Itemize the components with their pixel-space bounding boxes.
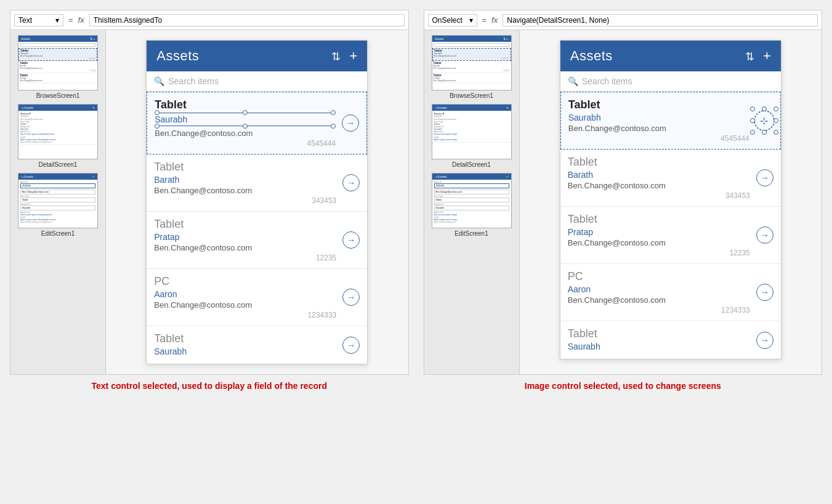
left-list-item-4[interactable]: PC Aaron Ben.Change@contoso.com 1234333 [147,269,367,326]
left-sidebar: Assets ⇅ + Tablet Saurabh Ben.Change@con… [10,30,106,374]
right-property-chevron [469,16,473,25]
left-browse-mini-row-3: Tablet Pratap Ben.Change@contoso.com [18,73,97,83]
left-app-preview: Assets 🔍 Search items Tablet [106,30,408,374]
right-item-4-detail: Ben.Change@contoso.com [568,295,750,305]
right-arrow-right-4-icon [761,287,769,297]
left-list-item-5[interactable]: Tablet Saurabh [147,326,367,364]
right-arrow-right-2-icon [761,173,769,183]
right-sort-icon[interactable] [745,49,754,63]
left-item-1-sub-container: Saurabh [155,114,336,125]
right-item-3-arrow[interactable] [756,226,773,244]
right-detail-screen-thumb[interactable]: ◁ Assets ✎ Assets A 4545444 Ben.Change@c… [428,104,515,168]
left-list-item-1[interactable]: Tablet Saurabh [147,92,367,154]
right-browse-mini-search [434,43,510,47]
left-detail-screen-thumb[interactable]: ◁ Assets ✎ Assets A 4545444 Ben.Change@c… [14,104,102,168]
left-item-1-num: 4545444 [155,139,336,148]
left-item-5-arrow[interactable] [342,337,360,354]
right-detail-mini-header: ◁ Assets ✎ [432,105,511,111]
left-edit-mini-app: ◁ Assets ✓ Assets A 4545444 Ben.Change@c… [18,174,97,228]
left-item-5-sub: Saurabh [154,346,336,356]
right-formula-bar: OnSelect = fx [424,10,822,30]
right-browse-screen-thumb[interactable]: Assets ⇅ + Tablet Saurabh Ben.Change@con… [428,35,515,99]
right-item-3-detail: Ben.Change@contoso.com [568,238,750,247]
right-search-placeholder: Search items [582,76,632,86]
right-item-2-num: 343453 [568,191,750,200]
main-container: Text = fx Assets ⇅ + [10,10,822,375]
right-item-3-title: Tablet [568,213,750,226]
left-item-3-detail: Ben.Change@contoso.com [154,243,336,252]
right-edit-screen-thumb[interactable]: ◁ Assets ✓ Assets A 4545444 Ben.Change@c… [428,173,515,237]
right-browse-screen-label: BrowseScreen1 [450,92,493,99]
left-search-placeholder: Search items [168,76,219,86]
left-item-4-sub: Aaron [154,289,336,299]
right-item-2-arrow[interactable] [756,169,773,186]
left-edit-mini-header: ◁ Assets ✓ [18,174,97,180]
left-item-1-sub: Saurabh [155,114,187,124]
right-item-1-sub: Saurabh [568,113,749,122]
left-item-4-title: PC [154,275,336,288]
right-sidebar: Assets ⇅ + Tablet Saurabh Ben.Change@con… [424,30,520,374]
left-arrow-right-5-icon [347,340,355,350]
left-app-header: Assets [147,41,367,71]
right-item-1-detail: Ben.Change@contoso.com [568,124,749,133]
right-item-5-sub: Saurabh [568,342,750,351]
left-equals-sign: = [66,15,76,25]
right-app-header-icons [745,48,771,64]
right-list-item-2[interactable]: Tablet Barath Ben.Change@contoso.com 343… [560,150,781,207]
left-arrow-right-2-icon [347,178,355,188]
left-formula-bar: Text = fx [10,10,408,30]
right-detail-screen-label: DetailScreen1 [452,161,491,168]
left-item-2-detail: Ben.Change@contoso.com [154,186,336,195]
left-detail-screen-label: DetailScreen1 [39,161,78,168]
left-item-4-detail: Ben.Change@contoso.com [154,300,336,310]
left-panel-body: Assets ⇅ + Tablet Saurabh Ben.Change@con… [10,30,408,374]
left-list-item-3[interactable]: Tablet Pratap Ben.Change@contoso.com 122… [147,212,367,269]
left-plus-icon[interactable] [349,48,357,64]
right-property-dropdown[interactable]: OnSelect [428,14,477,26]
left-list-item-2[interactable]: Tablet Barath Ben.Change@contoso.com 343… [147,154,367,212]
right-item-1-title: Tablet [568,98,749,111]
left-edit-screen-thumb[interactable]: ◁ Assets ✓ Assets A 4545444 Ben.Change@c… [14,173,102,237]
left-browse-screen-thumb[interactable]: Assets ⇅ + Tablet Saurabh Ben.Change@con… [14,35,102,99]
left-item-2-arrow[interactable] [342,174,360,191]
left-sort-icon[interactable] [331,49,341,63]
left-property-dropdown[interactable]: Text [14,14,63,26]
right-edit-mini-header: ◁ Assets ✓ [432,174,511,180]
right-item-2-title: Tablet [568,156,750,169]
left-item-1-arrow[interactable] [342,114,359,132]
right-formula-input[interactable] [503,14,818,26]
right-app-mockup: Assets 🔍 Search items Tablet [560,40,782,359]
right-equals-sign: = [480,15,490,25]
left-item-3-arrow[interactable] [342,231,360,249]
right-item-1-image-ctrl[interactable]: ⊹ [753,110,775,132]
right-item-4-arrow[interactable] [756,284,773,301]
right-panel: OnSelect = fx Assets ⇅ + [424,10,823,375]
right-caption: Image control selected, used to change s… [424,381,823,391]
right-item-3-num: 12235 [568,249,750,257]
right-app-search: 🔍 Search items [560,71,781,92]
left-browse-mini-row-2: Tablet Barath Ben.Change@contoso.com 343… [18,61,97,73]
left-search-icon: 🔍 [154,76,164,86]
left-detail-mini-app: ◁ Assets ✎ Assets A 4545444 Ben.Change@c… [18,105,97,159]
left-item-5-title: Tablet [154,332,336,345]
left-edit-screen-label: EditScreen1 [41,230,75,237]
right-item-1-image-ctrl-container: ⊹ [753,110,775,132]
left-item-4-num: 1234333 [154,311,336,319]
right-plus-icon[interactable] [763,48,771,64]
right-list-item-3[interactable]: Tablet Pratap Ben.Change@contoso.com 122… [560,207,781,264]
captions-container: Text control selected, used to display a… [10,381,822,391]
right-list-item-5[interactable]: Tablet Saurabh [560,321,781,359]
left-browse-thumb-box: Assets ⇅ + Tablet Saurabh Ben.Change@con… [18,35,98,90]
left-app-header-icons [331,48,357,64]
left-item-4-arrow[interactable] [342,289,360,306]
right-list-item-4[interactable]: PC Aaron Ben.Change@contoso.com 1234333 [560,264,781,321]
left-arrow-right-3-icon [347,235,355,245]
right-item-5-arrow[interactable] [756,332,773,349]
left-app-mockup: Assets 🔍 Search items Tablet [146,40,368,364]
left-formula-input[interactable] [89,14,405,26]
right-list-item-1[interactable]: Tablet Saurabh Ben.Change@contoso.com 45… [560,92,781,150]
left-edit-thumb-box: ◁ Assets ✓ Assets A 4545444 Ben.Change@c… [18,173,98,228]
left-arrow-right-icon [346,118,355,128]
right-property-label: OnSelect [432,16,462,25]
right-app-preview: Assets 🔍 Search items Tablet [520,30,822,374]
